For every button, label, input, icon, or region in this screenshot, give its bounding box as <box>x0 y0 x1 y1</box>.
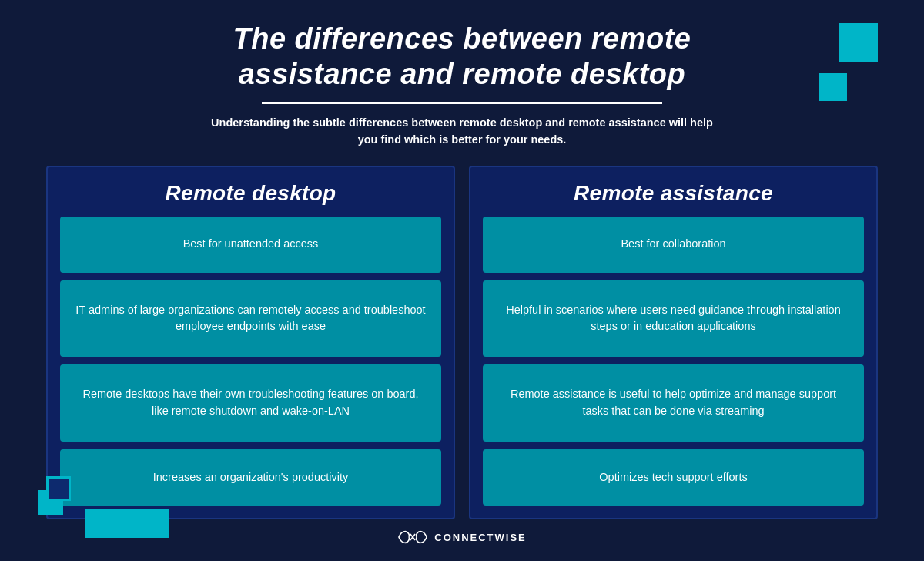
subtitle: Understanding the subtle differences bet… <box>200 115 724 149</box>
deco-square-tr-top <box>839 23 878 62</box>
remote-desktop-column: Remote desktop Best for unattended acces… <box>46 166 455 519</box>
title-divider <box>262 102 662 104</box>
ra-card-2: Helpful in scenarios where users need gu… <box>483 280 864 358</box>
rd-card-1: Best for unattended access <box>60 217 441 273</box>
deco-square-tr-bottom <box>819 73 847 101</box>
deco-square-bl-wide <box>85 509 169 538</box>
deco-square-bl-small <box>46 476 71 501</box>
ra-card-1: Best for collaboration <box>483 217 864 273</box>
rd-card-2: IT admins of large organizations can rem… <box>60 280 441 358</box>
ra-card-3: Remote assistance is useful to help opti… <box>483 364 864 442</box>
comparison-container: Remote desktop Best for unattended acces… <box>46 166 878 519</box>
main-title: The differences between remote assistanc… <box>233 22 691 92</box>
remote-assistance-title: Remote assistance <box>483 181 864 206</box>
ra-card-4: Optimizes tech support efforts <box>483 449 864 506</box>
logo-icon <box>397 529 428 546</box>
rd-card-3: Remote desktops have their own troublesh… <box>60 364 441 442</box>
connectwise-logo: CONNECTWISE <box>397 529 527 546</box>
page-wrapper: The differences between remote assistanc… <box>0 0 924 561</box>
remote-assistance-column: Remote assistance Best for collaboration… <box>469 166 878 519</box>
brand-name: CONNECTWISE <box>434 532 527 543</box>
footer: CONNECTWISE <box>397 529 527 546</box>
rd-card-4: Increases an organization's productivity <box>60 449 441 506</box>
remote-desktop-title: Remote desktop <box>60 181 441 206</box>
